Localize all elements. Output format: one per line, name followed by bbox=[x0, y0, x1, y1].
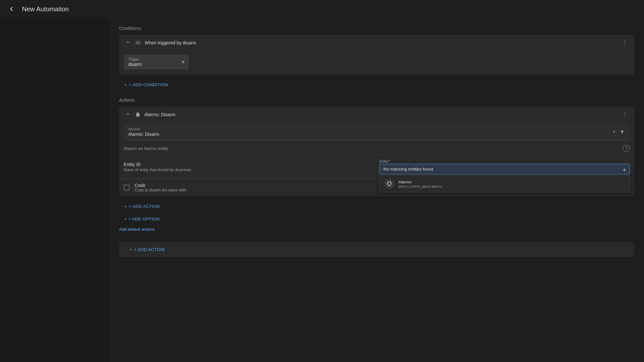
service-field-value: Alarmo: Disarm bbox=[128, 132, 159, 137]
add-option-button[interactable]: + + ADD OPTION bbox=[119, 214, 165, 224]
add-action-plus-icon: + bbox=[124, 204, 127, 209]
header: New Automation bbox=[0, 0, 644, 18]
service-dropdown-button[interactable]: ▼ bbox=[619, 128, 625, 135]
entity-row: Entity ID Name of entity that should be … bbox=[119, 155, 634, 179]
bottom-add-action-wrapper: + + ADD ACTION bbox=[119, 242, 634, 257]
dropdown-item-id: alarm_control_panel.alarmo bbox=[398, 184, 442, 188]
actions-label: Actions: bbox=[119, 97, 634, 103]
trigger-select-wrapper: Trigger disarm ▼ bbox=[124, 55, 189, 70]
add-option-label: + ADD OPTION bbox=[128, 217, 159, 221]
action-card: Alarmo: Disarm ⋮ Service Alarmo: Disarm … bbox=[119, 107, 634, 196]
add-action-button[interactable]: + + ADD ACTION bbox=[119, 201, 165, 211]
service-field: Service Alarmo: Disarm × ▼ bbox=[124, 124, 630, 140]
service-field-inner: Service Alarmo: Disarm × ▼ bbox=[124, 124, 630, 140]
service-field-wrapper: Service Alarmo: Disarm × ▼ bbox=[119, 123, 634, 140]
trigger-select[interactable]: disarm bbox=[124, 55, 189, 70]
help-button[interactable]: ? bbox=[623, 145, 630, 152]
entity-dropdown-container: No matching entities found ▲ bbox=[379, 164, 630, 174]
checkbox-area bbox=[124, 185, 129, 190]
bottom-section: + + ADD ACTION bbox=[119, 242, 634, 257]
entity-select-field[interactable]: No matching entities found bbox=[379, 164, 630, 174]
alarm-icon-circle bbox=[384, 179, 394, 189]
condition-card-title: When triggered by disarm bbox=[145, 40, 618, 45]
right-panel: Conditions: ID When triggered by disarm … bbox=[109, 18, 644, 362]
condition-collapse-button[interactable] bbox=[124, 39, 131, 47]
action-collapse-button[interactable] bbox=[124, 110, 131, 119]
code-name: Code bbox=[135, 183, 187, 188]
code-info: Code Code to disarm the alarm with. bbox=[135, 183, 187, 192]
description-text: Disarm an Alarmo entity. bbox=[124, 146, 169, 151]
back-button[interactable] bbox=[6, 4, 17, 14]
service-field-content: Service Alarmo: Disarm bbox=[128, 127, 612, 137]
condition-more-button[interactable]: ⋮ bbox=[621, 39, 629, 47]
entity-id-desc: Name of entity that should be disarmed. bbox=[124, 168, 374, 172]
dropdown-item-info: Alarmo alarm_control_panel.alarmo bbox=[398, 180, 442, 188]
add-option-plus-icon: + bbox=[124, 217, 127, 221]
service-actions: × ▼ bbox=[612, 128, 625, 135]
entity-id-name: Entity ID bbox=[124, 162, 374, 167]
left-panel bbox=[0, 18, 109, 362]
bottom-add-action-plus-icon: + bbox=[129, 247, 132, 252]
action-card-header: Alarmo: Disarm ⋮ bbox=[119, 107, 634, 123]
entity-no-match-text: No matching entities found bbox=[384, 167, 433, 172]
add-default-link[interactable]: Add default actions bbox=[119, 227, 155, 232]
dropdown-item-alarmo[interactable]: Alarmo alarm_control_panel.alarmo bbox=[380, 175, 630, 192]
entity-select-wrapper[interactable]: Entity* No matching entities found ▲ bbox=[379, 159, 630, 174]
condition-card-header: ID When triggered by disarm ⋮ bbox=[119, 35, 634, 51]
bottom-add-action-button[interactable]: + + ADD ACTION bbox=[124, 245, 170, 255]
entity-info: Entity ID Name of entity that should be … bbox=[124, 162, 374, 172]
code-desc: Code to disarm the alarm with. bbox=[135, 188, 187, 192]
add-action-label: + ADD ACTION bbox=[129, 204, 160, 209]
action-card-title: Alarmo: Disarm bbox=[144, 112, 618, 117]
condition-card-body: Trigger disarm ▼ bbox=[119, 51, 634, 75]
description-row: Disarm an Alarmo entity. ? bbox=[119, 142, 634, 155]
main-content: Conditions: ID When triggered by disarm … bbox=[0, 18, 644, 362]
entity-dropdown-menu: Alarmo alarm_control_panel.alarmo bbox=[379, 175, 630, 192]
service-field-label: Service bbox=[128, 127, 612, 131]
add-condition-button[interactable]: + + ADD CONDITION bbox=[119, 80, 173, 90]
code-checkbox[interactable] bbox=[124, 185, 129, 190]
condition-card: ID When triggered by disarm ⋮ Trigger di… bbox=[119, 35, 634, 75]
add-condition-plus-icon: + bbox=[124, 82, 127, 87]
service-clear-button[interactable]: × bbox=[612, 128, 616, 135]
page-title: New Automation bbox=[22, 5, 69, 13]
dropdown-item-name: Alarmo bbox=[398, 180, 442, 184]
bottom-add-action-label: + ADD ACTION bbox=[134, 247, 165, 252]
action-more-button[interactable]: ⋮ bbox=[621, 110, 629, 119]
condition-id-badge: ID bbox=[135, 41, 141, 45]
entity-field-label: Entity* bbox=[379, 159, 630, 163]
conditions-label: Conditions: bbox=[119, 26, 634, 31]
action-bell-icon bbox=[135, 111, 141, 118]
add-condition-label: + ADD CONDITION bbox=[129, 82, 168, 87]
